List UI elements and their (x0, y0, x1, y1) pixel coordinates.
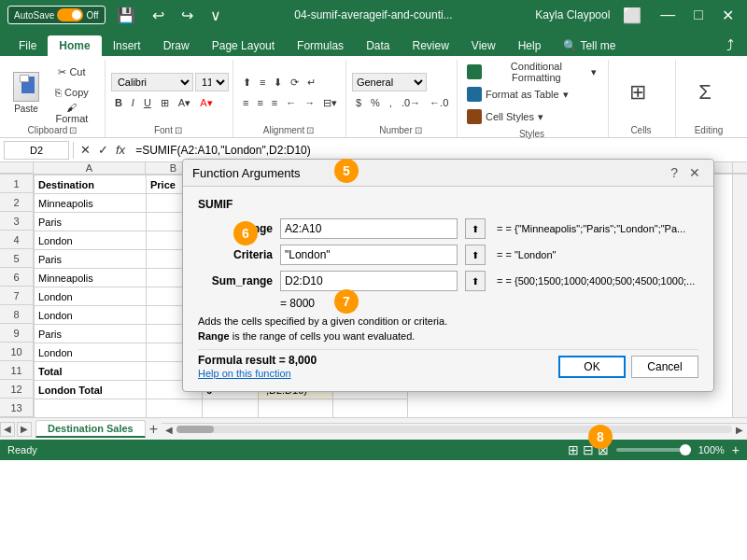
range-collapse-button[interactable]: ⬆ (465, 218, 486, 239)
help-link[interactable]: Help on this function (198, 368, 291, 379)
h-scroll-right-button[interactable]: ▶ (736, 425, 743, 435)
save-button[interactable]: 💾 (111, 5, 141, 26)
paste-button[interactable]: Paste (7, 64, 45, 120)
number-expand-icon[interactable]: ⊡ (415, 125, 422, 135)
percent-button[interactable]: % (367, 93, 384, 112)
row-header-11[interactable]: 11 (0, 361, 34, 380)
tab-home[interactable]: Home (48, 35, 101, 56)
cell-reference-input[interactable] (4, 141, 69, 160)
row-header-13[interactable]: 13 (0, 399, 34, 417)
row-header-7[interactable]: 7 (0, 287, 34, 305)
tab-insert[interactable]: Insert (102, 35, 152, 56)
tab-formulas[interactable]: Formulas (286, 35, 355, 56)
alignment-expand-icon[interactable]: ⊡ (306, 125, 314, 135)
font-expand-icon[interactable]: ⊡ (175, 125, 182, 135)
zoom-slider[interactable] (616, 448, 691, 452)
vertical-scrollbar[interactable] (732, 175, 747, 417)
cell-a2[interactable]: Minneapolis (35, 194, 147, 213)
function-arguments-dialog[interactable]: Function Arguments ? ✕ SUMIF Range ⬆ = =… (182, 159, 714, 392)
sheet-tab-destination-sales[interactable]: Destination Sales (35, 420, 146, 438)
copy-button[interactable]: ⎘ Copy (47, 83, 97, 102)
cell-a11[interactable]: Total (35, 362, 147, 381)
align-middle-button[interactable]: ≡ (256, 73, 269, 91)
formula-input[interactable] (132, 141, 743, 160)
align-center-button[interactable]: ≡ (253, 93, 266, 112)
row-header-2[interactable]: 2 (0, 193, 34, 212)
minimize-button[interactable]: — (655, 5, 681, 25)
redo-button[interactable]: ↪ (176, 5, 199, 26)
undo-button[interactable]: ↩ (147, 5, 170, 26)
row-header-9[interactable]: 9 (0, 324, 34, 343)
row-header-8[interactable]: 8 (0, 305, 34, 324)
close-button[interactable]: ✕ (716, 5, 740, 26)
conditional-formatting-button[interactable]: Conditional Formatting ▾ (463, 62, 600, 82)
tab-draw[interactable]: Draw (152, 35, 201, 56)
row-header-3[interactable]: 3 (0, 212, 34, 231)
indent-increase-button[interactable]: → (301, 93, 318, 112)
decrease-decimal-button[interactable]: ←.0 (426, 93, 452, 112)
add-sheet-button[interactable]: + (146, 421, 162, 438)
merge-center-button[interactable]: ⊟▾ (319, 93, 341, 112)
cut-button[interactable]: ✂ Cut (47, 63, 97, 81)
cell-e13[interactable] (333, 399, 408, 418)
align-bottom-button[interactable]: ⬇ (270, 73, 286, 91)
dialog-help-button[interactable]: ? (667, 165, 682, 180)
cell-a3[interactable]: Paris (35, 213, 147, 231)
page-break-view-button[interactable]: ⊠ (598, 442, 609, 457)
cell-a13[interactable] (35, 399, 147, 418)
tab-view[interactable]: View (460, 35, 507, 56)
tab-page-layout[interactable]: Page Layout (201, 35, 286, 56)
cells-button[interactable]: ⊞ (614, 66, 661, 119)
cell-d13[interactable] (259, 399, 333, 418)
accounting-button[interactable]: $ (352, 93, 365, 112)
row-header-4[interactable]: 4 (0, 231, 34, 249)
cell-a9[interactable]: Paris (35, 325, 147, 343)
cell-a6[interactable]: Minneapolis (35, 269, 147, 287)
sheet-nav-prev-button[interactable]: ◀ (0, 422, 15, 437)
autosave-button[interactable]: AutoSave Off (7, 6, 106, 24)
tab-data[interactable]: Data (355, 35, 401, 56)
dialog-cancel-button[interactable]: Cancel (631, 356, 698, 378)
font-color-button[interactable]: A▾ (196, 93, 216, 112)
border-button[interactable]: ⊞ (157, 93, 173, 112)
align-top-button[interactable]: ⬆ (239, 73, 255, 91)
autosave-toggle[interactable] (57, 8, 83, 21)
row-header-5[interactable]: 5 (0, 249, 34, 268)
tab-file[interactable]: File (7, 35, 48, 56)
cell-a7[interactable]: London (35, 287, 147, 306)
row-header-6[interactable]: 6 (0, 268, 34, 287)
cell-a10[interactable]: London (35, 343, 147, 362)
ribbon-toggle-button[interactable]: ⬜ (617, 5, 647, 26)
font-name-select[interactable]: Calibri (111, 73, 193, 91)
insert-function-button[interactable]: fx (113, 143, 128, 157)
sum-range-collapse-button[interactable]: ⬆ (465, 271, 486, 291)
cell-a5[interactable]: Paris (35, 250, 147, 269)
col-header-a[interactable]: A (34, 162, 146, 174)
font-size-select[interactable]: 11 (195, 73, 229, 91)
bold-button[interactable]: B (111, 93, 126, 112)
format-painter-button[interactable]: 🖌 Format (47, 104, 97, 122)
cell-a4[interactable]: London (35, 231, 147, 250)
horizontal-scrollbar[interactable]: ◀ ▶ (162, 423, 747, 436)
page-layout-view-button[interactable]: ⊟ (583, 442, 594, 457)
cell-styles-button[interactable]: Cell Styles ▾ (463, 106, 600, 127)
indent-decrease-button[interactable]: ← (282, 93, 300, 112)
increase-decimal-button[interactable]: .0→ (398, 93, 424, 112)
h-scroll-left-button[interactable]: ◀ (165, 425, 173, 435)
tab-help[interactable]: Help (507, 35, 553, 56)
cancel-formula-button[interactable]: ✕ (78, 143, 93, 157)
customize-button[interactable]: ∨ (204, 5, 227, 26)
criteria-input[interactable] (280, 245, 458, 265)
sum-range-input[interactable] (280, 271, 458, 291)
cell-a12[interactable]: London Total (35, 381, 147, 399)
cell-a1[interactable]: Destination (35, 175, 147, 194)
orientation-button[interactable]: ⟳ (287, 73, 303, 91)
italic-button[interactable]: I (128, 93, 138, 112)
editing-button[interactable]: Σ (682, 66, 728, 119)
zoom-in-button[interactable]: + (732, 442, 740, 457)
number-format-select[interactable]: General (352, 73, 427, 91)
cell-c13[interactable] (203, 399, 259, 418)
row-header-10[interactable]: 10 (0, 343, 34, 361)
range-input[interactable] (280, 218, 458, 239)
align-right-button[interactable]: ≡ (268, 93, 281, 112)
